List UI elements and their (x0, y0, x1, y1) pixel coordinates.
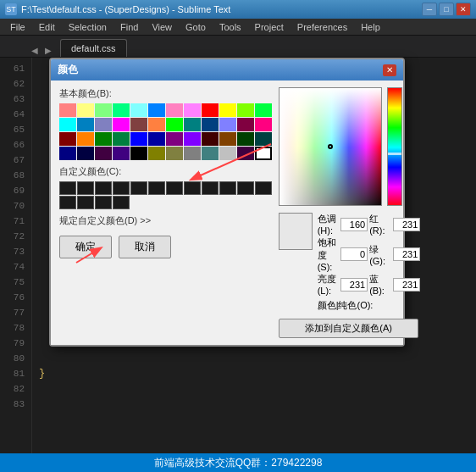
menu-edit[interactable]: Edit (32, 20, 62, 34)
custom-color-cell[interactable] (255, 181, 272, 195)
custom-color-cell[interactable] (237, 181, 254, 195)
basic-color-cell[interactable] (219, 103, 236, 117)
custom-color-cell[interactable] (113, 181, 130, 195)
menu-file[interactable]: File (3, 20, 32, 34)
menu-selection[interactable]: Selection (62, 20, 113, 34)
custom-color-cell[interactable] (59, 181, 76, 195)
basic-color-cell[interactable] (148, 132, 165, 146)
tab-prev-arrow[interactable]: ◀ (30, 44, 40, 57)
cancel-button[interactable]: 取消 (119, 236, 171, 258)
sat-input[interactable] (340, 247, 368, 261)
basic-color-cell[interactable] (237, 118, 254, 131)
basic-color-cell[interactable] (166, 132, 183, 146)
menu-view[interactable]: View (145, 20, 179, 34)
menu-help[interactable]: Help (354, 20, 387, 34)
custom-color-cell[interactable] (95, 196, 112, 209)
basic-color-cell[interactable] (202, 132, 219, 146)
menu-tools[interactable]: Tools (213, 20, 248, 34)
tab-default-css[interactable]: default.css (60, 39, 127, 57)
ok-button[interactable]: 确定 (59, 236, 112, 258)
basic-color-cell[interactable] (184, 118, 201, 131)
basic-color-cell[interactable] (255, 118, 272, 131)
basic-color-cell[interactable] (59, 132, 76, 146)
basic-color-cell[interactable] (130, 118, 147, 131)
basic-color-cell[interactable] (113, 132, 130, 146)
basic-color-cell[interactable] (113, 103, 130, 117)
menu-find[interactable]: Find (113, 20, 145, 34)
basic-color-cell[interactable] (237, 147, 254, 160)
basic-color-cell[interactable] (202, 103, 219, 117)
basic-color-cell[interactable] (95, 103, 112, 117)
hue-input[interactable] (340, 218, 368, 231)
basic-color-cell[interactable] (77, 103, 94, 117)
basic-color-cell[interactable] (77, 132, 94, 146)
tab-next-arrow[interactable]: ▶ (43, 44, 53, 57)
basic-color-cell[interactable] (202, 147, 219, 160)
basic-color-cell[interactable] (166, 118, 183, 131)
basic-color-cell[interactable] (130, 132, 147, 146)
custom-color-cell[interactable] (219, 181, 236, 195)
line-number: 80 (3, 351, 25, 366)
basic-color-cell[interactable] (202, 118, 219, 131)
custom-color-cell[interactable] (95, 181, 112, 195)
green-input[interactable] (393, 247, 420, 261)
custom-color-cell[interactable] (77, 181, 94, 195)
basic-color-cell[interactable] (130, 103, 147, 117)
basic-color-cell[interactable] (59, 103, 76, 117)
basic-color-cell[interactable] (237, 132, 254, 146)
basic-color-cell[interactable] (59, 118, 76, 131)
basic-color-cell[interactable] (77, 118, 94, 131)
line-number: 83 (3, 397, 25, 412)
custom-color-cell[interactable] (166, 181, 183, 195)
menu-goto[interactable]: Goto (179, 20, 213, 34)
lum-input[interactable] (340, 278, 368, 292)
basic-color-cell[interactable] (219, 147, 236, 160)
basic-color-cell[interactable] (148, 103, 165, 117)
status-text: 前端高级技术交流QQ群：279422298 (154, 456, 323, 470)
basic-color-cell[interactable] (219, 132, 236, 146)
basic-color-cell[interactable] (184, 147, 201, 160)
basic-color-cell[interactable] (113, 147, 130, 160)
custom-color-cell[interactable] (59, 196, 76, 209)
basic-color-cell[interactable] (166, 147, 183, 160)
basic-color-cell[interactable] (237, 103, 254, 117)
basic-color-cell[interactable] (255, 147, 272, 160)
custom-color-cell[interactable] (77, 196, 94, 209)
basic-color-cell[interactable] (166, 103, 183, 117)
app-icon: ST (5, 3, 17, 15)
custom-color-cell[interactable] (113, 196, 130, 209)
minimize-button[interactable]: ─ (422, 3, 437, 16)
dialog-close-button[interactable]: ✕ (383, 64, 396, 76)
basic-color-cell[interactable] (148, 147, 165, 160)
menu-preferences[interactable]: Preferences (291, 20, 354, 34)
define-custom-button[interactable]: 规定自定义颜色(D) >> (59, 214, 151, 227)
add-custom-color-button[interactable]: 添加到自定义颜色(A) (279, 319, 418, 338)
hue-bar[interactable] (387, 87, 402, 206)
custom-color-cell[interactable] (130, 181, 147, 195)
basic-color-cell[interactable] (148, 118, 165, 131)
basic-color-cell[interactable] (184, 132, 201, 146)
menu-project[interactable]: Project (248, 20, 291, 34)
basic-color-cell[interactable] (255, 103, 272, 117)
line-number: 61 (3, 61, 25, 76)
basic-color-cell[interactable] (59, 147, 76, 160)
basic-color-cell[interactable] (130, 147, 147, 160)
basic-color-cell[interactable] (95, 118, 112, 131)
basic-color-cell[interactable] (255, 132, 272, 146)
custom-color-cell[interactable] (202, 181, 219, 195)
maximize-button[interactable]: □ (439, 3, 454, 16)
close-button[interactable]: ✕ (456, 3, 471, 16)
blue-input[interactable] (393, 278, 420, 292)
custom-color-cell[interactable] (184, 181, 201, 195)
spectrum-panel[interactable] (279, 87, 382, 206)
color-values-area: 色调(H): 红(R): 饱和度(S): 绿(G): 亮度(L): 蓝(B): (279, 213, 418, 312)
custom-color-cell[interactable] (148, 181, 165, 195)
basic-color-cell[interactable] (113, 118, 130, 131)
dialog-title: 颜色 (58, 63, 78, 77)
basic-color-cell[interactable] (184, 103, 201, 117)
red-input[interactable] (393, 218, 420, 231)
basic-color-cell[interactable] (77, 147, 94, 160)
basic-color-cell[interactable] (219, 118, 236, 131)
basic-color-cell[interactable] (95, 147, 112, 160)
basic-color-cell[interactable] (95, 132, 112, 146)
